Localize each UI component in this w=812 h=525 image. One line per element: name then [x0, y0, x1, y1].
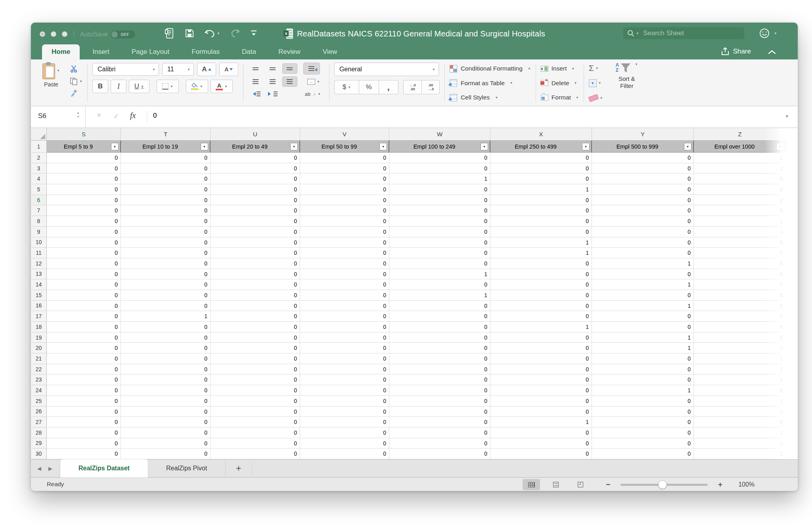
align-middle-button[interactable] — [265, 63, 280, 74]
cell-T18[interactable]: 0 — [121, 322, 211, 332]
cell-V27[interactable]: 0 — [300, 417, 389, 428]
cell-V12[interactable]: 0 — [300, 258, 389, 269]
row-number-28[interactable]: 28 — [31, 428, 47, 438]
search-scope-caret[interactable]: ▼ — [636, 32, 639, 35]
currency-format-button[interactable]: $▼ — [334, 80, 359, 94]
number-format-select[interactable]: General ▼ — [334, 63, 439, 76]
row-number-30[interactable]: 30 — [31, 449, 47, 459]
cell-X21[interactable]: 0 — [490, 353, 592, 364]
format-as-table-button[interactable]: Format as Table ▼ — [450, 78, 531, 88]
cell-X26[interactable]: 0 — [490, 407, 592, 417]
cell-X4[interactable]: 0 — [490, 174, 592, 184]
header-cell-S1[interactable]: Empl 5 to 9▼ — [47, 141, 121, 153]
filter-dropdown-W[interactable]: ▼ — [481, 143, 488, 150]
row-number-25[interactable]: 25 — [31, 396, 47, 407]
cell-Y7[interactable]: 0 — [592, 205, 694, 216]
cell-T10[interactable]: 0 — [121, 237, 211, 248]
cell-X3[interactable]: 0 — [490, 163, 592, 174]
cell-U16[interactable]: 0 — [211, 301, 300, 311]
cell-S4[interactable]: 0 — [47, 174, 121, 184]
cell-V7[interactable]: 0 — [300, 205, 389, 216]
row-number-14[interactable]: 14 — [31, 279, 47, 290]
font-color-button[interactable]: A ▼ — [211, 80, 233, 93]
currency-caret[interactable]: ▼ — [348, 86, 351, 89]
cell-W13[interactable]: 1 — [389, 269, 490, 280]
cut-button[interactable] — [70, 64, 82, 74]
cell-T5[interactable]: 0 — [121, 184, 211, 195]
ribbon-tab-formulas[interactable]: Formulas — [182, 44, 229, 59]
cell-Z16[interactable]: 0 — [694, 301, 786, 311]
row-number-6[interactable]: 6 — [31, 195, 47, 206]
cell-Y21[interactable]: 0 — [592, 353, 694, 364]
row-number-11[interactable]: 11 — [31, 248, 47, 258]
autosum-caret[interactable]: ▼ — [596, 67, 599, 70]
header-cell-Y1[interactable]: Empl 500 to 999▼ — [592, 141, 694, 153]
format-painter-button[interactable] — [70, 89, 82, 98]
column-header-W[interactable]: W — [389, 128, 490, 141]
cell-V6[interactable]: 0 — [300, 195, 389, 206]
cell-V3[interactable]: 0 — [300, 163, 389, 174]
window-zoom-button[interactable] — [62, 31, 67, 37]
cell-V9[interactable]: 0 — [300, 227, 389, 237]
column-header-Z[interactable]: Z — [694, 128, 786, 141]
cell-Z26[interactable]: 1 — [694, 407, 786, 417]
add-sheet-button[interactable]: + — [226, 462, 252, 474]
cell-W26[interactable]: 0 — [389, 407, 490, 417]
header-cell-X1[interactable]: Empl 250 to 499▼ — [490, 141, 592, 153]
name-box[interactable]: S6 ▲▼ — [31, 106, 86, 128]
cell-T6[interactable]: 0 — [121, 195, 211, 206]
cell-W17[interactable]: 0 — [389, 311, 490, 322]
align-bottom-button[interactable] — [282, 63, 297, 74]
cell-Z12[interactable]: 0 — [694, 258, 786, 269]
row-number-10[interactable]: 10 — [31, 237, 47, 248]
cell-U28[interactable]: 0 — [211, 428, 300, 438]
cell-T15[interactable]: 0 — [121, 290, 211, 301]
row-number-2[interactable]: 2 — [31, 153, 47, 163]
format-cells-button[interactable]: Format ▼ — [541, 92, 579, 103]
cell-V5[interactable]: 0 — [300, 184, 389, 195]
row-number-27[interactable]: 27 — [31, 417, 47, 428]
cell-T28[interactable]: 0 — [121, 428, 211, 438]
cell-U11[interactable]: 0 — [211, 248, 300, 258]
cell-V22[interactable]: 0 — [300, 364, 389, 375]
page-layout-view-button[interactable] — [547, 479, 565, 490]
cell-U14[interactable]: 0 — [211, 279, 300, 290]
collapse-ribbon-button[interactable] — [768, 49, 776, 56]
cell-T21[interactable]: 0 — [121, 353, 211, 364]
row-number-19[interactable]: 19 — [31, 332, 47, 343]
cell-X10[interactable]: 1 — [490, 237, 592, 248]
zoom-in-button[interactable]: + — [718, 480, 722, 489]
borders-caret[interactable]: ▼ — [170, 85, 173, 88]
cell-X27[interactable]: 1 — [490, 417, 592, 428]
cell-Z10[interactable]: 0 — [694, 237, 786, 248]
cell-X12[interactable]: 0 — [490, 258, 592, 269]
cell-Y25[interactable]: 0 — [592, 396, 694, 407]
cell-Y9[interactable]: 0 — [592, 227, 694, 237]
cell-U27[interactable]: 0 — [211, 417, 300, 428]
cell-S23[interactable]: 0 — [47, 374, 121, 385]
cell-Y8[interactable]: 0 — [592, 216, 694, 227]
cell-Y6[interactable]: 0 — [592, 195, 694, 206]
cell-U10[interactable]: 0 — [211, 237, 300, 248]
cell-Y29[interactable]: 0 — [592, 438, 694, 449]
cell-T22[interactable]: 0 — [121, 364, 211, 375]
cell-X11[interactable]: 1 — [490, 248, 592, 258]
cell-U29[interactable]: 0 — [211, 438, 300, 449]
decrease-indent-button[interactable] — [248, 89, 263, 99]
cell-X14[interactable]: 0 — [490, 279, 592, 290]
share-button[interactable]: Share — [720, 47, 751, 56]
filter-dropdown-S[interactable]: ▼ — [111, 143, 119, 150]
cell-Z22[interactable]: 1 — [694, 364, 786, 375]
paste-dropdown-caret[interactable]: ▼ — [57, 69, 60, 73]
cell-T30[interactable]: 0 — [121, 449, 211, 459]
row-number-22[interactable]: 22 — [31, 364, 47, 375]
cell-T11[interactable]: 0 — [121, 248, 211, 258]
cell-S18[interactable]: 0 — [47, 322, 121, 332]
cell-Z8[interactable]: 1 — [694, 216, 786, 227]
cell-U18[interactable]: 0 — [211, 322, 300, 332]
align-center-button[interactable] — [265, 76, 280, 87]
cell-Y19[interactable]: 1 — [592, 332, 694, 343]
borders-button[interactable]: ▼ — [157, 80, 179, 93]
cell-V18[interactable]: 0 — [300, 322, 389, 332]
cell-Y26[interactable]: 0 — [592, 407, 694, 417]
